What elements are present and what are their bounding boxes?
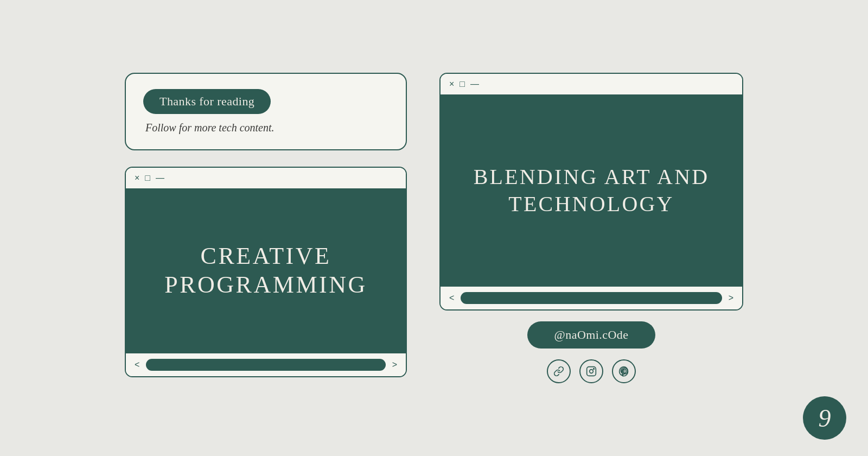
left-browser-footer: < > <box>126 352 406 376</box>
creative-programming-line2: PROGRAMMING <box>164 271 367 300</box>
right-browser-content: BLENDING ART AND TECHNOLOGY <box>441 96 742 286</box>
left-next-icon[interactable]: > <box>392 360 397 370</box>
right-browser-title: BLENDING ART AND TECHNOLOGY <box>474 163 710 218</box>
left-prev-icon[interactable]: < <box>135 360 139 370</box>
link-icon[interactable] <box>547 359 571 383</box>
thanks-badge: Thanks for reading <box>143 89 271 114</box>
instagram-icon[interactable] <box>579 359 603 383</box>
svg-point-2 <box>593 369 595 370</box>
right-scrollbar[interactable] <box>461 292 722 304</box>
right-prev-icon[interactable]: < <box>449 293 454 303</box>
left-column: Thanks for reading Follow for more tech … <box>125 73 407 377</box>
svg-rect-0 <box>587 367 596 376</box>
blending-art-line2: TECHNOLOGY <box>474 191 710 218</box>
right-minimize-icon: — <box>470 79 479 89</box>
right-browser-footer: < > <box>441 286 742 309</box>
right-browser-titlebar: × □ — <box>441 74 742 96</box>
right-close-icon: × <box>449 79 454 89</box>
social-icons-row <box>547 359 636 383</box>
left-scrollbar[interactable] <box>146 359 385 371</box>
left-browser-content: CREATIVE PROGRAMMING <box>126 189 406 352</box>
left-minimize-icon: — <box>156 173 164 183</box>
left-maximize-icon: □ <box>145 173 150 183</box>
page-number-badge: 9 <box>803 396 846 440</box>
svg-point-1 <box>590 370 593 373</box>
right-next-icon[interactable]: > <box>729 293 733 303</box>
page-container: Thanks for reading Follow for more tech … <box>0 0 868 456</box>
blending-art-line1: BLENDING ART AND <box>474 163 710 191</box>
left-browser-titlebar: × □ — <box>126 168 406 189</box>
creative-programming-line1: CREATIVE <box>164 242 367 271</box>
thanks-card: Thanks for reading Follow for more tech … <box>125 73 407 150</box>
follow-text: Follow for more tech content. <box>143 122 386 134</box>
right-browser-window: × □ — BLENDING ART AND TECHNOLOGY < > <box>439 73 743 311</box>
left-browser-title: CREATIVE PROGRAMMING <box>164 242 367 300</box>
right-column: × □ — BLENDING ART AND TECHNOLOGY < > <box>439 73 743 383</box>
content-area: Thanks for reading Follow for more tech … <box>125 73 743 383</box>
left-browser-window: × □ — CREATIVE PROGRAMMING < > <box>125 167 407 377</box>
right-maximize-icon: □ <box>459 79 465 89</box>
left-close-icon: × <box>135 173 139 183</box>
pinterest-icon[interactable] <box>612 359 636 383</box>
handle-badge[interactable]: @naOmi.cOde <box>527 321 656 349</box>
